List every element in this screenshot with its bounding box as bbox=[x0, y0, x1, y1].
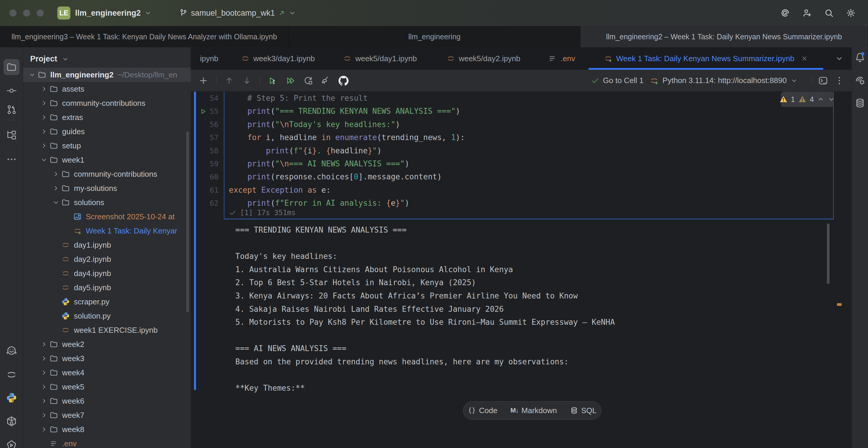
move-cell-down-button[interactable] bbox=[242, 76, 252, 86]
tree-item-llm-engineering2[interactable]: llm_engineering2~/Desktop/llm_en bbox=[23, 68, 191, 82]
settings-gear-icon[interactable] bbox=[845, 8, 856, 18]
tree-chevron-right-icon[interactable] bbox=[39, 341, 49, 348]
code-editor[interactable]: # Step 5: Print the result print("=== TR… bbox=[224, 92, 833, 210]
window-tab-active[interactable]: llm_engineering2 – Week 1 Task: Daily Ke… bbox=[580, 26, 868, 47]
kernel-selector[interactable]: Python 3.11.14: http://localhost:8890 bbox=[650, 76, 798, 86]
editor-tab[interactable]: week5/day2.ipynb bbox=[432, 47, 535, 70]
tree-item--env[interactable]: .env bbox=[23, 437, 191, 448]
tree-chevron-right-icon[interactable] bbox=[39, 114, 49, 121]
tool-python-console-button[interactable] bbox=[6, 392, 18, 404]
vcs-branch-widget[interactable]: samuel_bootcamp_wk1 bbox=[179, 8, 296, 18]
run-all-cells-button[interactable] bbox=[285, 76, 296, 86]
search-icon[interactable] bbox=[824, 8, 834, 18]
tree-item-week3[interactable]: week3 bbox=[23, 351, 191, 365]
editor-tab[interactable]: week3/day1.ipynb bbox=[228, 47, 328, 70]
tool-more-button[interactable] bbox=[6, 154, 17, 165]
tree-item-assets[interactable]: assets bbox=[23, 82, 191, 96]
tool-python-packages-button[interactable] bbox=[6, 415, 18, 427]
window-tab[interactable]: llm_engineering3 – Week 1 Task: Kenyan D… bbox=[0, 26, 289, 47]
tree-item-guides[interactable]: guides bbox=[23, 124, 191, 138]
tree-item-week5[interactable]: week5 bbox=[23, 380, 191, 394]
window-tab[interactable]: llm_engineering bbox=[289, 26, 580, 47]
tree-item-extras[interactable]: extras bbox=[23, 110, 191, 124]
tree-item-setup[interactable]: setup bbox=[23, 138, 191, 153]
add-markdown-cell-button[interactable]: M↓ Markdown bbox=[504, 406, 563, 415]
tool-huggingface-button[interactable] bbox=[6, 345, 18, 357]
tree-item-solutions[interactable]: solutions bbox=[23, 195, 191, 210]
tree-item-community-contributions[interactable]: community-contributions bbox=[23, 167, 191, 181]
more-options-button[interactable] bbox=[834, 76, 844, 86]
project-panel-header[interactable]: Project bbox=[23, 47, 191, 68]
error-stripe-mark[interactable] bbox=[837, 303, 842, 306]
editor-tab[interactable]: .env bbox=[535, 47, 588, 70]
tool-run-button[interactable] bbox=[6, 439, 18, 448]
window-zoom-button[interactable] bbox=[37, 9, 44, 17]
window-minimize-button[interactable] bbox=[23, 9, 30, 17]
tree-item-week6[interactable]: week6 bbox=[23, 394, 191, 408]
tree-chevron-down-icon[interactable] bbox=[39, 156, 49, 164]
project-name[interactable]: llm_engineering2 bbox=[75, 8, 141, 18]
ai-chat-icon[interactable] bbox=[855, 75, 866, 86]
add-cell-button[interactable] bbox=[198, 76, 209, 86]
restart-kernel-button[interactable] bbox=[303, 76, 313, 86]
tree-chevron-right-icon[interactable] bbox=[51, 170, 61, 178]
project-chevron-down-icon[interactable] bbox=[144, 9, 152, 17]
jupyter-console-button[interactable] bbox=[818, 75, 828, 86]
add-user-icon[interactable] bbox=[802, 8, 812, 18]
tree-chevron-right-icon[interactable] bbox=[39, 411, 49, 419]
code-cell[interactable]: # Step 5: Print the result print("=== TR… bbox=[224, 92, 834, 219]
move-cell-up-button[interactable] bbox=[224, 76, 234, 86]
tree-item-day2-ipynb[interactable]: day2.ipynb bbox=[23, 252, 191, 266]
tree-item-week1[interactable]: week1 bbox=[23, 153, 191, 167]
window-close-button[interactable] bbox=[9, 9, 17, 17]
add-code-cell-button[interactable]: Code bbox=[461, 406, 504, 415]
project-tree-scrollbar[interactable] bbox=[186, 131, 189, 312]
editor-tab[interactable]: ipynb bbox=[191, 47, 228, 70]
tree-item-week7[interactable]: week7 bbox=[23, 408, 191, 422]
tool-database-button[interactable] bbox=[855, 98, 866, 109]
tree-chevron-right-icon[interactable] bbox=[51, 184, 61, 192]
tree-chevron-right-icon[interactable] bbox=[39, 383, 49, 391]
tree-item-week4[interactable]: week4 bbox=[23, 365, 191, 380]
editor-tab[interactable]: week5/day1.ipynb bbox=[328, 47, 432, 70]
output-scrollbar[interactable] bbox=[827, 223, 830, 284]
window-controls[interactable] bbox=[9, 9, 44, 17]
tree-chevron-right-icon[interactable] bbox=[39, 85, 49, 93]
ai-assistant-icon[interactable] bbox=[780, 8, 790, 18]
notifications-bell-icon[interactable] bbox=[855, 52, 866, 63]
inspections-widget[interactable]: 1 4 bbox=[781, 92, 833, 107]
tree-chevron-right-icon[interactable] bbox=[39, 425, 49, 433]
tool-pull-requests-button[interactable] bbox=[6, 104, 17, 115]
next-warning-button[interactable] bbox=[828, 95, 835, 103]
tree-item-week8[interactable]: week8 bbox=[23, 422, 191, 437]
tree-chevron-right-icon[interactable] bbox=[39, 128, 49, 135]
tree-item-scraper-py[interactable]: scraper.py bbox=[23, 295, 191, 309]
tree-item-day1-ipynb[interactable]: day1.ipynb bbox=[23, 238, 191, 252]
tool-jupyter-button[interactable] bbox=[6, 369, 18, 381]
project-header-chevron-icon[interactable] bbox=[61, 55, 69, 63]
hidden-tabs-chevron-icon[interactable] bbox=[835, 54, 844, 63]
clear-outputs-button[interactable] bbox=[321, 76, 331, 86]
tree-item-day5-ipynb[interactable]: day5.ipynb bbox=[23, 281, 191, 295]
tree-item-week1-exercise-ipynb[interactable]: week1 EXERCISE.ipynb bbox=[23, 323, 191, 337]
tool-commit-button[interactable] bbox=[6, 85, 17, 96]
run-cell-button[interactable] bbox=[268, 76, 278, 86]
branch-name[interactable]: samuel_bootcamp_wk1 bbox=[191, 8, 275, 18]
tree-chevron-right-icon[interactable] bbox=[39, 142, 49, 150]
prev-warning-button[interactable] bbox=[817, 95, 825, 103]
tree-chevron-down-icon[interactable] bbox=[51, 199, 61, 206]
tree-chevron-right-icon[interactable] bbox=[39, 369, 49, 377]
tree-item-week2[interactable]: week2 bbox=[23, 337, 191, 351]
project-badge[interactable]: LE bbox=[57, 6, 70, 20]
branch-chevron-down-icon[interactable] bbox=[288, 9, 296, 17]
add-sql-cell-button[interactable]: SQL bbox=[563, 406, 603, 415]
tree-item-solution-py[interactable]: solution.py bbox=[23, 309, 191, 323]
tree-item-screenshot-2025-10-24-at[interactable]: Screenshot 2025-10-24 at bbox=[23, 210, 191, 224]
tree-chevron-right-icon[interactable] bbox=[39, 99, 49, 107]
tree-item-week-1-task-daily-kenyar[interactable]: Week 1 Task: Daily Kenyar bbox=[23, 224, 191, 238]
tool-project-button[interactable] bbox=[4, 59, 20, 75]
tool-structure-button[interactable] bbox=[6, 129, 17, 141]
tree-item-community-contributions[interactable]: community-contributions bbox=[23, 96, 191, 110]
tree-chevron-right-icon[interactable] bbox=[39, 397, 49, 405]
tab-close-icon[interactable] bbox=[801, 55, 808, 62]
